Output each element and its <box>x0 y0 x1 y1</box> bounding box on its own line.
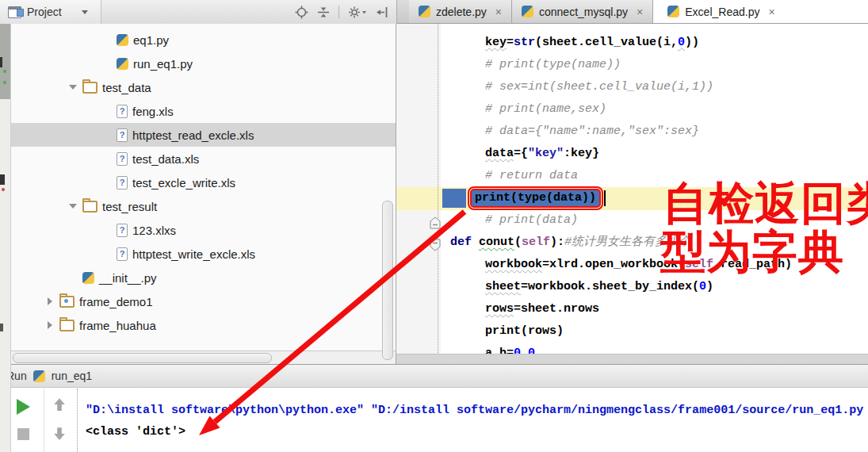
console-line: <class 'dict'> <box>86 421 868 442</box>
collapse-all-icon[interactable] <box>317 6 330 19</box>
unknown-file-icon <box>117 128 128 142</box>
chevron-collapsed-icon[interactable] <box>45 297 55 306</box>
up-arrow-icon[interactable] <box>52 397 67 415</box>
tree-item[interactable]: httptest_write_excle.xls <box>10 242 396 266</box>
editor-tab[interactable]: zdelete.py× <box>409 0 512 23</box>
window-edge-strip <box>0 24 11 452</box>
tree-item[interactable]: frame_huahua <box>10 313 396 337</box>
tree-item-label: feng.xls <box>132 105 174 118</box>
tab-bar: zdelete.py×connect_mysql.py×Excel_Read.p… <box>396 0 868 24</box>
close-tab-icon[interactable]: × <box>637 6 643 18</box>
tree-item-label: httptest_read_excle.xls <box>132 128 254 142</box>
unknown-file-icon <box>117 152 128 166</box>
tree-item-label: test_result <box>102 200 157 213</box>
project-vertical-scrollbar[interactable] <box>382 201 393 360</box>
close-tab-icon[interactable]: × <box>768 6 774 18</box>
run-play-icon[interactable] <box>17 399 30 415</box>
python-file-icon <box>117 58 128 70</box>
code-line: key=str(sheet.cell_value(i,0)) <box>441 32 868 54</box>
unknown-file-icon <box>117 247 128 261</box>
project-horizontal-scrollbar[interactable] <box>13 353 272 363</box>
edge-green-dot <box>3 81 6 84</box>
project-horizontal-scrollbar-track <box>10 350 396 364</box>
edge-dark-mark <box>0 57 2 67</box>
editor-tab[interactable]: Excel_Read.py× <box>653 0 868 23</box>
tree-item[interactable]: test_data.xls <box>10 147 396 170</box>
editor-tab[interactable]: connect_mysql.py× <box>512 0 653 23</box>
code-line: # data={"name":name,"sex":sex} <box>441 121 868 143</box>
project-view-label: Project <box>27 6 62 18</box>
settings-gear-icon[interactable] <box>348 6 367 19</box>
chevron-placeholder <box>68 273 78 282</box>
fold-end-marker-icon[interactable] <box>430 216 441 232</box>
code-line: # sex=int(sheet.cell_value(i,1)) <box>441 76 868 98</box>
edge-green-dot <box>3 70 6 73</box>
stop-icon[interactable] <box>17 428 29 440</box>
close-tab-icon[interactable]: × <box>495 6 502 18</box>
folder-icon <box>82 201 98 213</box>
project-view-icon <box>8 6 21 18</box>
project-view-selector[interactable]: Project <box>0 0 101 24</box>
tree-item[interactable]: feng.xls <box>10 99 396 123</box>
tree-item[interactable]: __init__.py <box>10 266 396 289</box>
chevron-collapsed-icon[interactable] <box>45 320 55 330</box>
tree-item[interactable]: test_excle_write.xls <box>10 170 396 194</box>
tree-item-label: test_excle_write.xls <box>132 176 235 190</box>
pycharm-window: Project zdelete.py×connect_mysql.py×Exce… <box>0 0 868 452</box>
toolbar-divider <box>338 6 339 18</box>
tree-item-label: run_eq1.py <box>133 57 193 71</box>
locate-icon[interactable] <box>295 6 308 19</box>
tree-item[interactable]: httptest_read_excle.xls <box>10 123 396 147</box>
folder-icon <box>82 82 98 94</box>
tab-label: Excel_Read.py <box>685 6 759 18</box>
tree-item[interactable]: frame_demo1 <box>10 289 396 313</box>
code-line: # print(type(name)) <box>441 54 868 76</box>
project-toolbar: Project <box>0 0 396 25</box>
python-file-icon <box>667 6 679 17</box>
chevron-expanded-icon[interactable] <box>68 82 78 92</box>
chevron-down-icon <box>82 10 88 14</box>
run-panel: Run run_eq1 "D:\install software\python\… <box>0 364 868 452</box>
package-folder-icon <box>59 296 75 308</box>
tree-item[interactable]: test_data <box>10 75 396 99</box>
code-line: sheet=workbook.sheet_by_index(0) <box>441 276 868 298</box>
tree-item-label: __init__.py <box>99 271 157 285</box>
run-panel-header: Run run_eq1 <box>0 364 868 388</box>
python-file-icon <box>33 370 45 382</box>
edge-dark-mark <box>0 324 3 331</box>
tab-label: zdelete.py <box>436 6 487 18</box>
tree-item[interactable]: run_eq1.py <box>10 52 396 75</box>
tree-item[interactable]: test_result <box>10 194 396 218</box>
chevron-expanded-icon[interactable] <box>68 201 78 211</box>
unknown-file-icon <box>117 224 128 237</box>
tree-item-label: eq1.py <box>133 33 169 47</box>
annotation-red-box: print(type(data)) <box>468 186 603 210</box>
fold-start-marker-icon[interactable] <box>430 239 441 255</box>
edge-red-dot <box>2 188 5 191</box>
python-file-icon <box>419 6 430 17</box>
down-arrow-icon[interactable] <box>52 427 67 444</box>
python-file-icon <box>117 34 128 46</box>
tree-item[interactable]: eq1.py <box>10 28 396 52</box>
editor-horizontal-scrollbar[interactable] <box>396 354 868 364</box>
tree-item-label: frame_huahua <box>79 319 156 332</box>
hide-panel-icon[interactable] <box>376 6 388 19</box>
project-panel: eq1.pyrun_eq1.pytest_datafeng.xlshttptes… <box>10 24 396 364</box>
annotation-text-line1: 自检返回类 <box>663 179 868 227</box>
folder-icon <box>59 320 75 331</box>
selected-indent <box>442 189 466 208</box>
run-target-label: run_eq1 <box>52 370 92 382</box>
python-file-icon <box>522 6 533 17</box>
text-caret <box>604 190 606 206</box>
code-line: # print(name,sex) <box>441 98 868 121</box>
tree-item-label: frame_demo1 <box>79 295 153 308</box>
tree-item[interactable]: 123.xlxs <box>10 218 396 242</box>
run-toolbar <box>10 389 78 452</box>
run-console-output[interactable]: "D:\install software\python\python.exe" … <box>78 389 868 452</box>
project-tree: eq1.pyrun_eq1.pytest_datafeng.xlshttptes… <box>10 28 396 337</box>
console-line: "D:\install software\python\python.exe" … <box>86 400 868 421</box>
tree-item-label: httptest_write_excle.xls <box>132 247 255 261</box>
unknown-file-icon <box>117 176 128 190</box>
tab-label: connect_mysql.py <box>539 6 628 18</box>
code-line: rows=sheet.nrows <box>441 298 868 320</box>
